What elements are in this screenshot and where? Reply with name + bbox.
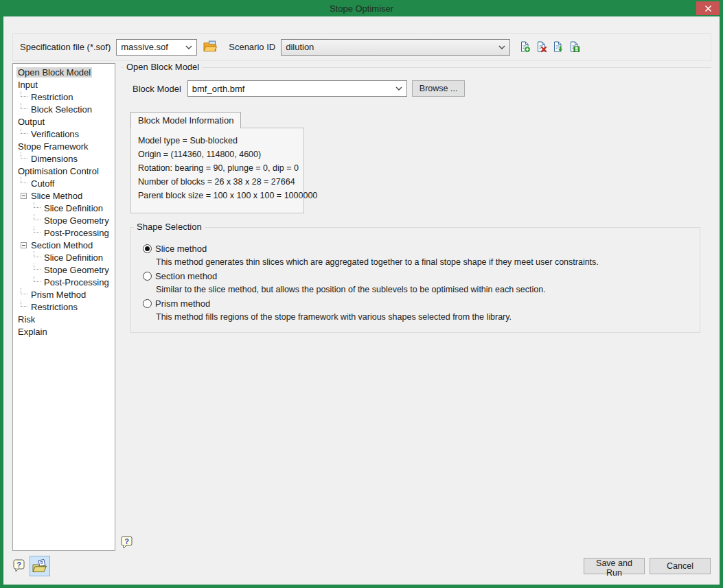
tree-item-label: Block Selection [30,104,93,115]
block-model-combobox[interactable]: bmf_orth.bmf [187,80,407,97]
tree-item-block-selection[interactable]: Block Selection [13,103,115,115]
delete-scenario-button[interactable] [536,41,547,53]
close-button[interactable] [696,1,720,15]
radio-slice-method[interactable]: Slice method [131,242,700,255]
tree-item-label: Risk [16,314,36,325]
tree-item-label: Post-Processing [43,228,111,238]
block-model-info-line: Number of blocks = 26 x 38 x 28 = 27664 [138,175,303,189]
tree-item-label: Dimensions [30,154,79,164]
collapse-minus-icon[interactable] [21,193,27,199]
tree-connector [21,128,27,134]
tree-item-slice-definition[interactable]: Slice Definition [13,251,115,263]
shape-selection-group: Shape Selection Slice methodThis method … [130,227,700,333]
tree-item-verifications[interactable]: Verifications [13,128,115,140]
tree-item-restrictions[interactable]: Restrictions [13,301,115,313]
save-scenario-button[interactable] [569,41,580,53]
radio-description: Similar to the slice method, but allows … [131,283,700,296]
tree-item-dimensions[interactable]: Dimensions [13,152,115,165]
tree-item-label: Optimisation Control [16,166,100,176]
tree-item-label: Post-Processing [43,277,111,287]
tree-item-cutoff[interactable]: Cutoff [13,177,115,189]
tree-item-post-processing[interactable]: Post-Processing [13,226,115,239]
open-log-folder-button[interactable] [30,556,50,576]
scenario-id-combobox[interactable]: dilution [281,39,510,56]
chevron-down-icon [395,86,402,91]
block-model-info-line: Parent block size = 100 x 100 x 100 = 10… [138,189,303,202]
radio-selected-icon[interactable] [143,244,152,253]
specification-file-value: massive.sof [121,42,183,52]
tree-connector [34,214,41,220]
tree-item-label: Verifications [30,129,80,139]
tree-connector [34,251,41,257]
block-model-value: bmf_orth.bmf [192,84,393,94]
open-specification-folder-button[interactable] [203,40,217,54]
tree-connector [21,177,27,183]
tree-item-label: Cutoff [30,178,56,189]
toolbar: Specification file (*.sof) massive.sof S… [12,33,711,61]
chevron-down-icon [498,45,505,49]
tree-item-stope-geometry[interactable]: Stope Geometry [13,214,115,226]
tree-item-stope-geometry[interactable]: Stope Geometry [13,263,115,276]
block-model-row: Block Model bmf_orth.bmf Browse ... [133,80,465,97]
open-folder-document-icon [32,558,48,574]
document-add-icon [519,41,531,53]
tree-item-output[interactable]: Output [13,115,115,128]
radio-unselected-icon[interactable] [143,272,152,281]
tree-connector [34,226,41,233]
specification-file-label: Specification file (*.sof) [20,42,111,52]
tree-item-restriction[interactable]: Restriction [13,91,115,103]
cancel-button[interactable]: Cancel [650,558,711,574]
tree-item-label: Open Block Model [16,67,92,78]
tree-item-explain[interactable]: Explain [13,325,115,338]
tree-item-section-method[interactable]: Section Method [13,239,115,251]
shape-selection-title: Shape Selection [134,222,205,232]
radio-description: This method generates thin slices which … [131,255,700,269]
tree-connector [34,276,41,282]
tree-item-label: Explain [16,327,49,337]
tree-connector [21,301,27,307]
radio-section-method[interactable]: Section method [131,269,700,283]
radio-label: Slice method [155,244,207,254]
open-block-model-group: Open Block Model [121,67,711,68]
tree-item-post-processing[interactable]: Post-Processing [13,276,115,288]
chevron-down-icon [185,45,192,49]
tree-item-stope-framework[interactable]: Stope Framework [13,140,115,152]
tree-item-label: Stope Geometry [43,265,111,275]
tree-item-input[interactable]: Input [13,78,115,91]
radio-label: Section method [155,271,217,281]
open-block-model-group-title: Open Block Model [124,62,202,72]
tree-item-label: Slice Definition [43,203,104,213]
tree-item-label: Stope Framework [16,141,90,152]
block-model-info-line: Model type = Sub-blocked [138,134,303,148]
tree-item-label: Stope Geometry [43,215,111,226]
collapse-minus-icon[interactable] [21,242,27,248]
import-scenario-button[interactable] [552,41,564,53]
radio-description: This method fills regions of the stope f… [131,310,700,324]
tree-connector [34,202,41,208]
block-model-info-line: Origin = (114360, 114800, 4600) [138,148,303,161]
tree-item-prism-method[interactable]: Prism Method [13,288,115,301]
tree-item-open-block-model[interactable]: Open Block Model [13,66,115,78]
save-and-run-button[interactable]: Save and Run [584,558,645,574]
tree-item-slice-definition[interactable]: Slice Definition [13,202,115,214]
radio-unselected-icon[interactable] [143,299,152,308]
titlebar: Stope Optimiser [0,0,723,16]
new-scenario-button[interactable] [519,41,531,53]
tree-item-label: Slice Method [30,191,84,201]
help-button-panel[interactable]: ? [121,536,133,552]
browse-button[interactable]: Browse ... [412,80,466,97]
specification-file-combobox[interactable]: massive.sof [116,39,197,56]
tree-item-risk[interactable]: Risk [13,313,115,325]
tree-item-label: Slice Definition [43,252,104,263]
tree-item-optimisation-control[interactable]: Optimisation Control [13,165,115,177]
tab-block-model-information[interactable]: Block Model Information [130,112,241,128]
block-model-label: Block Model [133,84,181,94]
close-icon [704,5,712,12]
radio-label: Prism method [155,298,210,309]
tree-connector [34,263,41,270]
window-title: Stope Optimiser [330,3,393,14]
radio-prism-method[interactable]: Prism method [131,296,700,310]
navigation-tree: Open Block ModelInputRestrictionBlock Se… [12,63,115,551]
help-button-dialog[interactable]: ? [13,559,25,575]
tree-item-slice-method[interactable]: Slice Method [13,189,115,202]
